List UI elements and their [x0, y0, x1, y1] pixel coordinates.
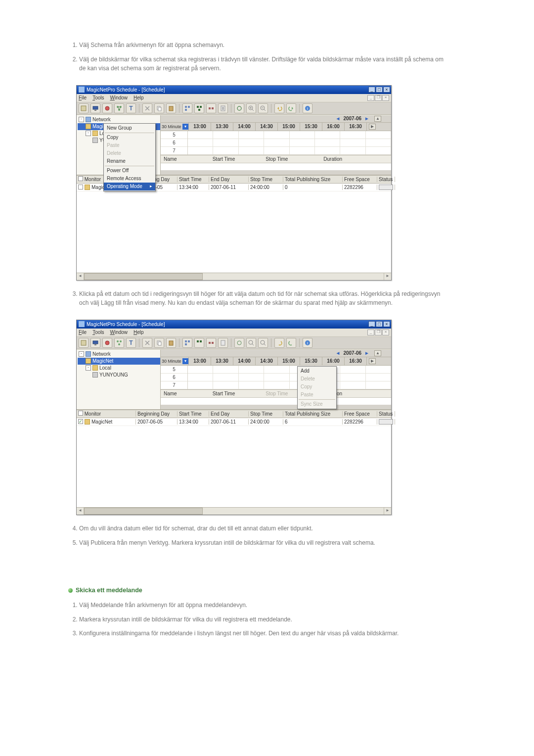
tb-sync-icon[interactable]	[234, 338, 244, 348]
tb-copy-icon[interactable]	[154, 103, 164, 113]
tb-text-icon[interactable]: T	[126, 103, 136, 113]
tree-view[interactable]: -Network MagicNet -Local YUNYOUNG	[77, 350, 161, 409]
tb-info-icon[interactable]: i	[303, 103, 312, 113]
interval-select[interactable]: 30 Minute ▾	[161, 357, 189, 365]
tb-group-3-icon[interactable]	[206, 338, 216, 348]
ctx-operating-mode[interactable]: Operating Mode	[104, 183, 155, 190]
ctx-remote-access[interactable]: Remote Access	[104, 175, 155, 183]
tb-network-icon[interactable]	[114, 103, 124, 113]
ctx-paste[interactable]: Paste	[298, 391, 336, 399]
expander-icon[interactable]: -	[79, 117, 84, 122]
window-minimize-button[interactable]: _	[368, 321, 375, 327]
tb-group-1-icon[interactable]	[182, 103, 192, 113]
tb-zoom-in-icon[interactable]	[246, 103, 256, 113]
window-close-button[interactable]: ×	[383, 321, 390, 327]
tb-zoom-out-icon[interactable]	[258, 338, 268, 348]
expander-icon[interactable]: -	[79, 351, 84, 357]
ctx-delete[interactable]: Delete	[298, 375, 336, 383]
menu-window[interactable]: Window	[110, 330, 128, 335]
tb-monitor-icon[interactable]	[90, 338, 100, 348]
menu-file[interactable]: File	[79, 95, 87, 100]
tb-network-icon[interactable]	[114, 338, 124, 348]
menu-tools[interactable]: Tools	[92, 95, 104, 100]
tb-redo-icon[interactable]	[286, 338, 296, 348]
tree-root[interactable]: - Network	[78, 116, 160, 123]
mdi-minimize[interactable]: _	[367, 330, 374, 335]
tb-cut-icon[interactable]	[142, 103, 152, 113]
date-prev-button[interactable]: ◄	[332, 350, 343, 356]
window-titlebar[interactable]: MagicNetPro Schedule - [Schedule] _ □ ×	[77, 86, 391, 94]
ctx-power-off[interactable]: Power Off	[104, 167, 155, 175]
menu-help[interactable]: Help	[134, 330, 144, 335]
tb-group-1-icon[interactable]	[182, 338, 192, 348]
window-maximize-button[interactable]: □	[376, 87, 383, 93]
horizontal-scrollbar[interactable]: ◄►	[77, 273, 391, 280]
window-minimize-button[interactable]: _	[368, 87, 375, 93]
schedule-grid[interactable]: 5 6 7	[161, 131, 391, 155]
tb-group-2-icon[interactable]	[194, 103, 204, 113]
table-row[interactable]: ✓MagicNet 2007-06-05 13:34:00 2007-06-11…	[77, 418, 391, 426]
ctx-paste[interactable]: Paste	[104, 142, 155, 149]
dropdown-icon[interactable]: ▾	[182, 358, 188, 364]
window-close-button[interactable]: ×	[383, 87, 390, 93]
ctx-new-group[interactable]: New Group	[104, 124, 155, 132]
date-prev-button[interactable]: ◄	[332, 116, 343, 121]
ctx-copy[interactable]: Copy	[104, 134, 155, 142]
interval-select[interactable]: 30 Minute ▾	[161, 123, 189, 131]
tb-undo-icon[interactable]	[274, 103, 284, 113]
menu-file[interactable]: File	[79, 330, 87, 335]
row-checkbox[interactable]: ✓	[78, 419, 83, 424]
tb-list-icon[interactable]	[218, 103, 228, 113]
scroll-up-button[interactable]: ▲	[374, 350, 381, 356]
mdi-close[interactable]: ×	[382, 330, 389, 335]
tb-zoom-out-icon[interactable]	[258, 103, 268, 113]
ctx-delete[interactable]: Delete	[104, 149, 155, 157]
tb-copy-icon[interactable]	[154, 338, 164, 348]
mdi-restore[interactable]: ❐	[375, 95, 382, 101]
window-maximize-button[interactable]: □	[376, 321, 383, 327]
tree-item-local[interactable]: -Local	[78, 365, 160, 372]
mdi-close[interactable]: ×	[382, 95, 389, 101]
dropdown-icon[interactable]: ▾	[182, 124, 188, 130]
tree-item-yunyoung[interactable]: YUNYOUNG	[78, 372, 160, 378]
tb-list-icon[interactable]	[218, 338, 228, 348]
scroll-up-button[interactable]: ▲	[374, 116, 381, 122]
tb-sync-icon[interactable]	[234, 103, 244, 113]
mdi-minimize[interactable]: _	[367, 95, 374, 101]
date-next-button[interactable]: ►	[361, 350, 372, 356]
expander-icon[interactable]: -	[86, 131, 91, 136]
schedule-grid[interactable]: 5 6 7	[161, 366, 391, 389]
tb-undo-icon[interactable]	[274, 338, 284, 348]
tb-report-icon[interactable]	[79, 338, 89, 348]
tree-item-magicnet[interactable]: MagicNet	[78, 358, 160, 365]
tb-gear-icon[interactable]	[102, 103, 112, 113]
menu-help[interactable]: Help	[134, 95, 144, 100]
scroll-right-button[interactable]: ▶	[369, 358, 376, 364]
date-next-button[interactable]: ►	[361, 116, 372, 121]
tb-info-icon[interactable]: i	[303, 338, 312, 348]
window-titlebar[interactable]: MagicNetPro Schedule - [Schedule] _ □ ×	[77, 320, 391, 329]
tb-redo-icon[interactable]	[286, 103, 296, 113]
ctx-copy[interactable]: Copy	[298, 383, 336, 391]
mdi-restore[interactable]: ❐	[375, 330, 382, 335]
tb-monitor-icon[interactable]	[90, 103, 100, 113]
tb-group-3-icon[interactable]	[206, 103, 216, 113]
tb-zoom-in-icon[interactable]	[246, 338, 256, 348]
tb-cut-icon[interactable]	[142, 338, 152, 348]
tb-group-2-icon[interactable]	[194, 338, 204, 348]
tb-paste-icon[interactable]	[166, 338, 176, 348]
tb-paste-icon[interactable]	[166, 103, 176, 113]
horizontal-scrollbar[interactable]: ◄►	[77, 507, 391, 515]
ctx-sync-size[interactable]: Sync Size	[298, 400, 336, 408]
row-checkbox[interactable]	[78, 185, 83, 189]
checkbox-all[interactable]	[78, 411, 83, 416]
tb-gear-icon[interactable]	[102, 338, 112, 348]
checkbox-all[interactable]	[78, 176, 83, 181]
ctx-rename[interactable]: Rename	[104, 157, 155, 165]
scroll-right-button[interactable]: ▶	[369, 124, 376, 130]
tb-text-icon[interactable]: T	[126, 338, 136, 348]
ctx-add[interactable]: Add	[298, 367, 336, 375]
menu-tools[interactable]: Tools	[92, 330, 104, 335]
expander-icon[interactable]: -	[86, 365, 91, 371]
menu-window[interactable]: Window	[110, 95, 128, 100]
